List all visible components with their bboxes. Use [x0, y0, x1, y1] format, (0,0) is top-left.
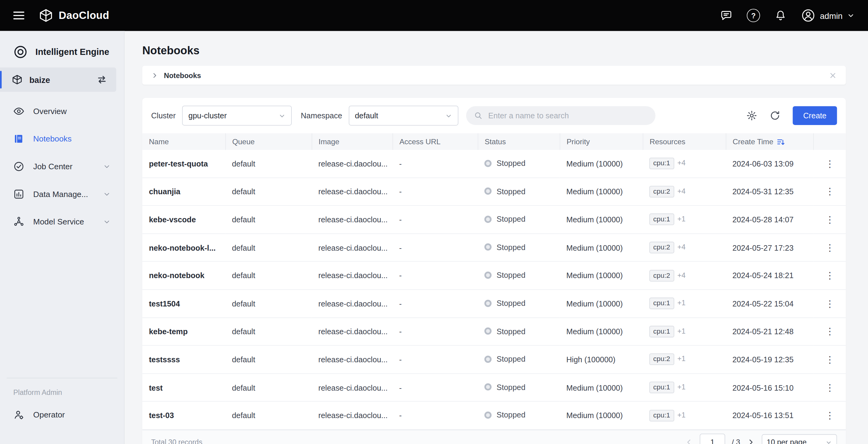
table-row: test default release-ci.daoclou... - Sto… [142, 374, 846, 402]
bar-chart-icon [13, 189, 24, 199]
page-size-value: 10 per page [767, 438, 807, 444]
status-stopped-icon [484, 244, 492, 251]
baize-cube-icon [11, 74, 23, 85]
sidebar-item-operator[interactable]: Operator [0, 401, 124, 429]
table-row: neko-notebook-l... default release-ci.da… [142, 234, 846, 262]
previous-page-icon[interactable] [685, 438, 693, 444]
notebook-name-link[interactable]: peter-test-quota [142, 150, 225, 178]
row-actions-cell: ⋮ [813, 177, 846, 206]
sidebar-item-model-service[interactable]: Model Service [0, 208, 124, 236]
notebook-name-link[interactable]: test1504 [142, 289, 225, 317]
page-title: Notebooks [142, 44, 846, 57]
queue-cell: default [225, 150, 312, 178]
search-input[interactable] [487, 111, 648, 121]
breadcrumb-current: Notebooks [164, 71, 201, 79]
status-label: Stopped [497, 215, 526, 224]
resource-tag: cpu:1 [649, 214, 674, 225]
create-button[interactable]: Create [793, 106, 837, 125]
kebab-menu-icon[interactable]: ⋮ [813, 186, 846, 197]
resource-extra-count: +4 [677, 243, 685, 251]
chat-icon[interactable] [720, 9, 733, 22]
notebook-name-link[interactable]: test [142, 374, 225, 402]
status-label: Stopped [497, 271, 526, 280]
kebab-menu-icon[interactable]: ⋮ [813, 270, 846, 281]
image-cell: release-ci.daoclou... [312, 345, 393, 374]
next-page-icon[interactable] [747, 438, 755, 444]
notebooks-table: Name Queue Image Access URL Status Prior… [142, 133, 846, 430]
sidebar-item-notebooks[interactable]: Notebooks [0, 125, 124, 153]
kebab-menu-icon[interactable]: ⋮ [813, 214, 846, 225]
kebab-menu-icon[interactable]: ⋮ [813, 326, 846, 337]
image-cell: release-ci.daoclou... [312, 234, 393, 262]
sidebar-item-data-management[interactable]: Data Manage... [0, 180, 124, 208]
kebab-menu-icon[interactable]: ⋮ [813, 410, 846, 421]
status-stopped-icon [484, 383, 492, 390]
kebab-menu-icon[interactable]: ⋮ [813, 158, 846, 169]
col-header-create-time[interactable]: Create Time [726, 133, 813, 150]
notifications-bell-icon[interactable] [775, 9, 787, 22]
chevron-down-icon[interactable] [103, 163, 111, 170]
priority-cell: Medium (10000) [560, 402, 643, 430]
status-label: Stopped [497, 355, 526, 364]
create-time-cell: 2024-05-22 15:04 [726, 289, 813, 317]
col-header-access-url: Access URL [393, 133, 478, 150]
page-size-select[interactable]: 10 per page [762, 434, 837, 444]
brand-logo[interactable]: DaoCloud [39, 8, 109, 23]
menu-toggle-icon[interactable] [13, 11, 24, 20]
total-records-label: Total 30 records [151, 438, 203, 444]
notebook-name-link[interactable]: test-03 [142, 402, 225, 430]
close-icon[interactable] [829, 71, 837, 79]
sidebar-item-job-center[interactable]: Job Center [0, 153, 124, 180]
row-actions-cell: ⋮ [813, 262, 846, 290]
create-time-cell: 2024-05-28 14:07 [726, 206, 813, 234]
resource-tag: cpu:1 [649, 326, 674, 337]
kebab-menu-icon[interactable]: ⋮ [813, 298, 846, 309]
resources-cell: cpu:1+1 [643, 317, 726, 345]
settings-gear-icon[interactable] [746, 110, 757, 121]
row-actions-cell: ⋮ [813, 289, 846, 317]
row-actions-cell: ⋮ [813, 150, 846, 178]
kebab-menu-icon[interactable]: ⋮ [813, 354, 846, 365]
operator-person-icon [13, 409, 24, 420]
namespace-select[interactable]: default [349, 105, 458, 125]
queue-cell: default [225, 345, 312, 374]
row-actions-cell: ⋮ [813, 402, 846, 430]
image-cell: release-ci.daoclou... [312, 206, 393, 234]
refresh-icon[interactable] [769, 110, 780, 121]
image-cell: release-ci.daoclou... [312, 262, 393, 290]
sidebar-item-overview[interactable]: Overview [0, 97, 124, 125]
module-label: Intelligent Engine [35, 47, 109, 57]
access-url-cell: - [393, 177, 478, 206]
col-header-actions [813, 133, 846, 150]
chevron-down-icon[interactable] [103, 190, 111, 198]
notebook-name-link[interactable]: neko-notebook [142, 262, 225, 290]
pagination-controls: / 3 10 per page [685, 434, 837, 444]
module-header[interactable]: Intelligent Engine [0, 37, 124, 68]
resource-tag: cpu:2 [649, 354, 674, 365]
notebook-name-link[interactable]: neko-notebook-l... [142, 234, 225, 262]
kebab-menu-icon[interactable]: ⋮ [813, 242, 846, 253]
help-icon[interactable]: ? [747, 9, 760, 22]
resource-extra-count: +1 [677, 355, 685, 363]
notebook-name-link[interactable]: kebe-temp [142, 317, 225, 345]
sort-descending-icon[interactable] [777, 138, 785, 146]
sidebar-item-label: Model Service [33, 217, 84, 226]
breadcrumb-expand-icon[interactable] [151, 72, 158, 79]
resources-cell: cpu:1+1 [643, 289, 726, 317]
resource-tag: cpu:1 [649, 298, 674, 309]
notebook-name-link[interactable]: testssss [142, 345, 225, 374]
resource-tag: cpu:2 [649, 270, 674, 281]
chevron-down-icon[interactable] [103, 218, 111, 226]
col-header-queue: Queue [225, 133, 312, 150]
kebab-menu-icon[interactable]: ⋮ [813, 382, 846, 393]
cluster-select[interactable]: gpu-cluster [182, 105, 292, 125]
resources-cell: cpu:1+4 [643, 150, 726, 178]
notebook-name-link[interactable]: chuanjia [142, 177, 225, 206]
queue-cell: default [225, 234, 312, 262]
switch-workspace-icon[interactable] [96, 74, 107, 85]
user-menu[interactable]: admin [801, 8, 855, 23]
status-stopped-icon [484, 328, 492, 335]
notebook-name-link[interactable]: kebe-vscode [142, 206, 225, 234]
page-number-input[interactable] [700, 434, 725, 444]
workspace-selector[interactable]: baize [0, 67, 116, 92]
